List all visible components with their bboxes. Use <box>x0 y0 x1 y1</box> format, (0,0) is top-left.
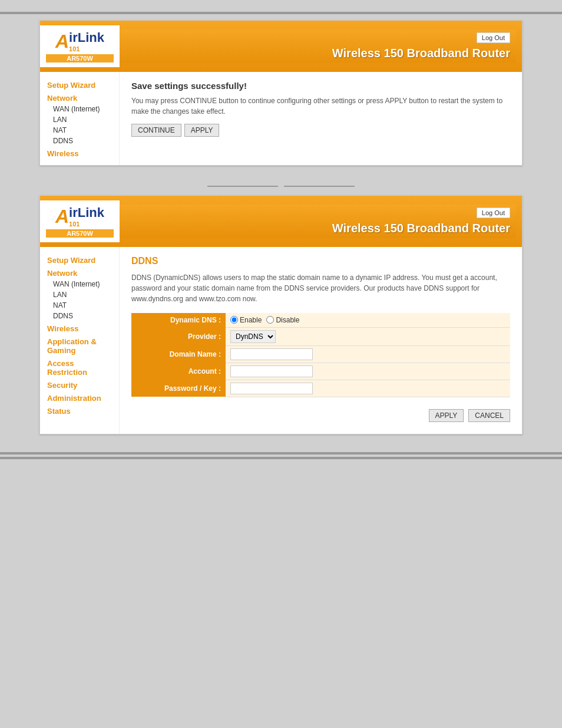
router-title-1: Wireless 150 Broadband Router <box>332 47 510 60</box>
sidebar-item-access-restriction[interactable]: Access Restriction <box>40 356 119 378</box>
sidebar-item-lan-1[interactable]: LAN <box>40 114 119 125</box>
sidebar-item-administration[interactable]: Administration <box>40 391 119 404</box>
dynamic-dns-row: Dynamic DNS : Enable Disable <box>131 313 510 327</box>
panel-header-1: A irLink 101 AR570W Log Out Wireless 150… <box>40 21 522 72</box>
model-name-2: AR570W <box>46 229 114 238</box>
domain-name-label: Domain Name : <box>131 345 226 363</box>
dynamic-dns-label: Dynamic DNS : <box>131 313 226 327</box>
model-name-1: AR570W <box>46 54 114 62</box>
divider-line-right <box>284 186 355 187</box>
success-text: You may press CONTINUE button to continu… <box>131 95 510 117</box>
logo-irlink-1: irLink <box>69 30 104 45</box>
sidebar-item-lan-2[interactable]: LAN <box>40 289 119 300</box>
password-label: Password / Key : <box>131 380 226 397</box>
logo-a-2: A <box>55 206 69 228</box>
provider-value-cell: DynDNS TZO <box>226 327 510 345</box>
disable-radio[interactable] <box>266 316 274 324</box>
cancel-button[interactable]: CANCEL <box>468 409 510 422</box>
enable-text: Enable <box>240 316 262 324</box>
sidebar-item-setup-wizard-1[interactable]: Setup Wizard <box>40 78 119 91</box>
bottom-divider-2 <box>0 457 562 459</box>
account-label: Account : <box>131 363 226 380</box>
panel-body-2: Setup Wizard Network WAN (Internet) LAN … <box>40 247 522 434</box>
disable-text: Disable <box>276 316 299 324</box>
router-title-2: Wireless 150 Broadband Router <box>332 222 510 235</box>
action-buttons-1: CONTINUE APPLY <box>131 124 510 137</box>
account-input[interactable] <box>230 365 313 377</box>
logout-button-1[interactable]: Log Out <box>477 32 510 43</box>
panel-body-1: Setup Wizard Network WAN (Internet) LAN … <box>40 72 522 165</box>
dynamic-dns-value-cell: Enable Disable <box>226 313 510 327</box>
ddns-title: DDNS <box>131 256 510 266</box>
domain-name-input[interactable] <box>230 348 313 360</box>
ddns-form-table: Dynamic DNS : Enable Disable <box>131 313 510 397</box>
sidebar-1: Setup Wizard Network WAN (Internet) LAN … <box>40 72 120 165</box>
logo-101-1: 101 <box>69 45 80 52</box>
success-title: Save settings successfully! <box>131 81 510 91</box>
enable-label[interactable]: Enable <box>230 316 262 324</box>
password-row: Password / Key : <box>131 380 510 397</box>
logo-101-2: 101 <box>69 220 80 228</box>
main-content-2: DDNS DDNS (DynamicDNS) allows users to m… <box>120 247 522 434</box>
sidebar-item-ddns-1[interactable]: DDNS <box>40 136 119 146</box>
ddns-description: DDNS (DynamicDNS) allows users to map th… <box>131 272 510 304</box>
apply-button-1[interactable]: APPLY <box>184 124 220 137</box>
router-panel-2: A irLink 101 AR570W Log Out Wireless 150… <box>39 195 523 434</box>
sidebar-item-security[interactable]: Security <box>40 378 119 391</box>
sidebar-item-nat-1[interactable]: NAT <box>40 125 119 136</box>
main-content-1: Save settings successfully! You may pres… <box>120 72 522 165</box>
logo-a-1: A <box>55 31 69 52</box>
sidebar-item-wireless-1[interactable]: Wireless <box>40 146 119 159</box>
airlink-logo-1: A irLink 101 <box>55 30 104 52</box>
sidebar-item-ddns-2[interactable]: DDNS <box>40 311 119 321</box>
sidebar-item-wan-2[interactable]: WAN (Internet) <box>40 279 119 289</box>
sidebar-item-network-1[interactable]: Network <box>40 91 119 104</box>
sidebar-item-status[interactable]: Status <box>40 404 119 417</box>
sidebar-item-network-2[interactable]: Network <box>40 266 119 279</box>
airlink-logo-2: A irLink 101 <box>55 205 104 228</box>
disable-label[interactable]: Disable <box>266 316 299 324</box>
panel-header-2: A irLink 101 AR570W Log Out Wireless 150… <box>40 196 522 247</box>
sidebar-2: Setup Wizard Network WAN (Internet) LAN … <box>40 247 120 434</box>
continue-button[interactable]: CONTINUE <box>131 124 181 137</box>
provider-label: Provider : <box>131 327 226 345</box>
router-panel-1: A irLink 101 AR570W Log Out Wireless 150… <box>39 20 523 166</box>
header-right-2: Log Out Wireless 150 Broadband Router <box>120 205 516 238</box>
divider-line-left <box>207 186 278 187</box>
bottom-divider-1 <box>0 452 562 454</box>
logout-button-2[interactable]: Log Out <box>477 207 510 218</box>
provider-select[interactable]: DynDNS TZO <box>230 330 276 343</box>
password-input[interactable] <box>230 383 313 394</box>
account-row: Account : <box>131 363 510 380</box>
form-actions: APPLY CANCEL <box>131 406 510 425</box>
logo-area-1: A irLink 101 AR570W <box>40 25 120 67</box>
sidebar-item-wireless-2[interactable]: Wireless <box>40 321 119 334</box>
sidebar-item-wan-1[interactable]: WAN (Internet) <box>40 104 119 114</box>
enable-radio[interactable] <box>230 316 238 324</box>
provider-row: Provider : DynDNS TZO <box>131 327 510 345</box>
top-divider <box>0 12 562 14</box>
header-right-1: Log Out Wireless 150 Broadband Router <box>120 29 516 63</box>
domain-name-value-cell <box>226 345 510 363</box>
sidebar-item-nat-2[interactable]: NAT <box>40 300 119 311</box>
password-value-cell <box>226 380 510 397</box>
apply-button-2[interactable]: APPLY <box>429 409 464 422</box>
dynamic-dns-radio-group: Enable Disable <box>230 316 505 324</box>
divider-area <box>0 177 562 195</box>
logo-irlink-2: irLink <box>69 205 104 220</box>
sidebar-item-setup-wizard-2[interactable]: Setup Wizard <box>40 253 119 266</box>
logo-area-2: A irLink 101 AR570W <box>40 200 120 242</box>
account-value-cell <box>226 363 510 380</box>
sidebar-item-app-gaming[interactable]: Application & Gaming <box>40 334 119 356</box>
page-wrapper: A irLink 101 AR570W Log Out Wireless 150… <box>0 0 562 728</box>
domain-name-row: Domain Name : <box>131 345 510 363</box>
